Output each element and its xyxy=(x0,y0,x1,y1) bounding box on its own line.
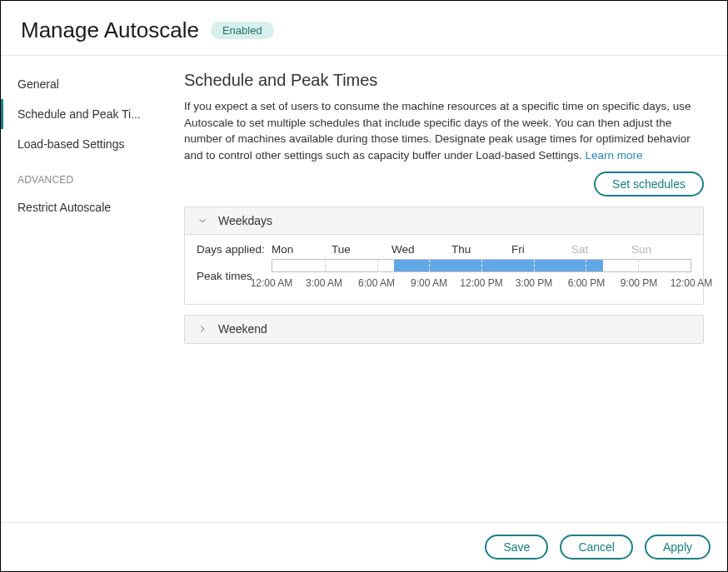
day-mon: Mon xyxy=(272,243,332,256)
time-label: 6:00 PM xyxy=(568,277,606,289)
time-labels: 12:00 AM3:00 AM6:00 AM9:00 AM12:00 PM3:0… xyxy=(272,277,691,292)
sidebar: General Schedule and Peak Ti... Load-bas… xyxy=(1,56,167,522)
timeline-tick xyxy=(325,260,326,271)
set-schedules-button[interactable]: Set schedules xyxy=(594,172,704,196)
sidebar-advanced-heading: ADVANCED xyxy=(1,159,167,192)
time-label: 3:00 AM xyxy=(306,277,342,289)
peak-times-row: Peak times 12:00 AM3:00 AM6:00 AM9:00 AM… xyxy=(197,259,691,292)
apply-button[interactable]: Apply xyxy=(645,535,711,560)
day-tue: Tue xyxy=(332,243,391,256)
timeline-tick xyxy=(377,260,378,271)
peak-timeline[interactable] xyxy=(272,259,691,272)
day-fri: Fri xyxy=(511,243,571,256)
body: General Schedule and Peak Ti... Load-bas… xyxy=(1,56,727,522)
time-label: 9:00 AM xyxy=(411,277,447,289)
days-list: Mon Tue Wed Thu Fri Sat Sun xyxy=(272,243,691,256)
day-wed: Wed xyxy=(391,243,451,256)
status-badge: Enabled xyxy=(211,22,274,39)
schedule-header-weekend[interactable]: Weekend xyxy=(185,316,703,343)
save-button[interactable]: Save xyxy=(485,535,548,560)
schedule-title: Weekdays xyxy=(218,214,272,227)
schedule-block-weekend: Weekend xyxy=(184,315,704,344)
day-sun: Sun xyxy=(631,243,691,256)
schedule-header-weekdays[interactable]: Weekdays xyxy=(185,207,703,235)
page-title: Manage Autoscale xyxy=(21,17,199,43)
section-title: Schedule and Peak Times xyxy=(184,71,704,90)
footer: Save Cancel Apply xyxy=(1,522,727,571)
section-description: If you expect a set of users to consume … xyxy=(184,98,704,163)
learn-more-link[interactable]: Learn more xyxy=(586,149,643,162)
chevron-down-icon xyxy=(197,215,208,226)
day-thu: Thu xyxy=(451,243,511,256)
sidebar-item-restrict-autoscale[interactable]: Restrict Autoscale xyxy=(1,192,167,222)
schedule-body-weekdays: Days applied: Mon Tue Wed Thu Fri Sat Su… xyxy=(185,235,703,304)
days-applied-label: Days applied: xyxy=(197,243,272,256)
timeline-wrap: 12:00 AM3:00 AM6:00 AM9:00 AM12:00 PM3:0… xyxy=(272,259,691,292)
header: Manage Autoscale Enabled xyxy=(1,1,727,56)
time-label: 6:00 AM xyxy=(358,277,395,289)
cancel-button[interactable]: Cancel xyxy=(560,535,633,560)
peak-fill[interactable] xyxy=(394,260,603,271)
timeline-tick xyxy=(638,260,639,271)
sidebar-item-load-settings[interactable]: Load-based Settings xyxy=(1,129,167,159)
time-label: 3:00 PM xyxy=(516,277,553,289)
sidebar-item-schedule[interactable]: Schedule and Peak Ti... xyxy=(1,99,167,129)
time-label: 9:00 PM xyxy=(621,277,658,289)
schedule-block-weekdays: Weekdays Days applied: Mon Tue Wed Thu F… xyxy=(184,206,704,305)
main-panel: Schedule and Peak Times If you expect a … xyxy=(167,56,727,522)
days-applied-row: Days applied: Mon Tue Wed Thu Fri Sat Su… xyxy=(197,243,691,256)
time-label: 12:00 AM xyxy=(251,277,293,289)
schedule-title: Weekend xyxy=(218,322,267,336)
chevron-right-icon xyxy=(197,323,208,335)
time-label: 12:00 AM xyxy=(671,277,713,289)
actions-row: Set schedules xyxy=(184,172,704,196)
sidebar-item-general[interactable]: General xyxy=(1,69,167,99)
time-label: 12:00 PM xyxy=(460,277,502,289)
day-sat: Sat xyxy=(571,243,631,256)
